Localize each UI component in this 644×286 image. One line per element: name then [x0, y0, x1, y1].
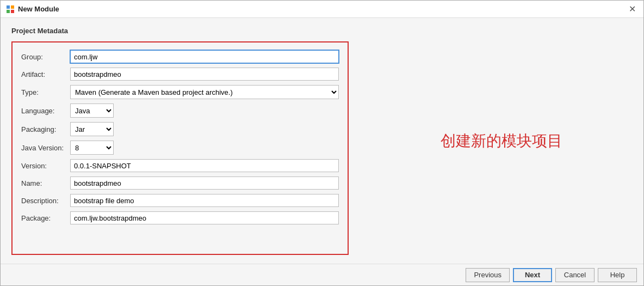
version-row: Version:: [21, 159, 339, 172]
close-button[interactable]: ✕: [627, 5, 638, 14]
form-box: Group: Artifact: Type: Maven (Generate a…: [11, 41, 349, 255]
name-label: Name:: [21, 179, 70, 187]
group-input[interactable]: [70, 50, 339, 63]
dialog-body: Project Metadata Group: Artifact: Type: …: [1, 18, 643, 264]
language-row: Language: Java Kotlin Groovy: [21, 104, 339, 118]
svg-rect-2: [7, 10, 10, 13]
packaging-label: Packaging:: [21, 125, 70, 133]
java-version-label: Java Version:: [21, 144, 70, 152]
type-select[interactable]: Maven (Generate a Maven based project ar…: [70, 85, 339, 99]
next-button[interactable]: Next: [513, 268, 552, 282]
dialog-title: New Module: [18, 5, 59, 13]
right-panel: 创建新的模块项目: [360, 18, 643, 264]
language-label: Language:: [21, 107, 70, 115]
dialog-footer: Previous Next Cancel Help: [1, 264, 643, 285]
promo-text: 创建新的模块项目: [441, 131, 562, 151]
svg-rect-1: [11, 5, 14, 9]
package-row: Package:: [21, 211, 339, 224]
version-label: Version:: [21, 162, 70, 170]
svg-rect-0: [7, 5, 10, 9]
new-module-dialog: New Module ✕ Project Metadata Group: Art…: [0, 0, 644, 286]
package-label: Package:: [21, 214, 70, 222]
name-input[interactable]: [70, 177, 339, 190]
java-version-row: Java Version: 8 11 17: [21, 141, 339, 155]
artifact-input[interactable]: [70, 68, 339, 81]
type-label: Type:: [21, 88, 70, 96]
description-input[interactable]: [70, 194, 339, 207]
svg-rect-3: [11, 10, 14, 13]
java-version-select[interactable]: 8 11 17: [70, 141, 114, 155]
packaging-select[interactable]: Jar War: [70, 122, 114, 136]
version-input[interactable]: [70, 159, 339, 172]
language-select[interactable]: Java Kotlin Groovy: [70, 104, 114, 118]
description-label: Description:: [21, 197, 70, 205]
title-bar: New Module ✕: [1, 1, 643, 18]
packaging-row: Packaging: Jar War: [21, 122, 339, 136]
module-icon: [6, 5, 15, 14]
title-bar-left: New Module: [6, 5, 59, 14]
name-row: Name:: [21, 177, 339, 190]
description-row: Description:: [21, 194, 339, 207]
package-input[interactable]: [70, 211, 339, 224]
artifact-label: Artifact:: [21, 70, 70, 78]
cancel-button[interactable]: Cancel: [555, 268, 595, 282]
left-panel: Project Metadata Group: Artifact: Type: …: [1, 18, 360, 264]
section-title: Project Metadata: [11, 27, 349, 35]
group-row: Group:: [21, 50, 339, 63]
type-row: Type: Maven (Generate a Maven based proj…: [21, 85, 339, 99]
group-label: Group:: [21, 53, 70, 61]
help-button[interactable]: Help: [598, 268, 637, 282]
previous-button[interactable]: Previous: [466, 268, 510, 282]
artifact-row: Artifact:: [21, 68, 339, 81]
